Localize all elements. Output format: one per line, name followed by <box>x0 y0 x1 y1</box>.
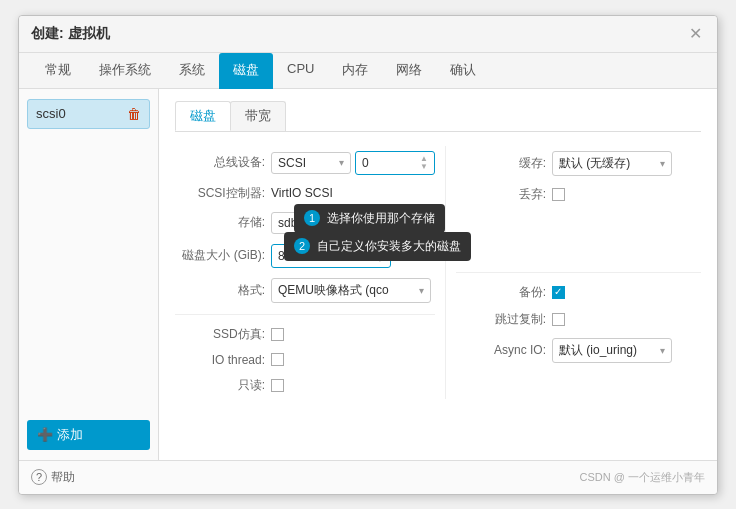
bus-type-select[interactable]: SCSI ▾ <box>271 152 351 174</box>
help-icon: ? <box>31 469 47 485</box>
create-vm-dialog: 创建: 虚拟机 ✕ 常规 操作系统 系统 磁盘 CPU 内存 网络 确认 scs… <box>18 15 718 495</box>
ssd-checkbox[interactable] <box>271 328 284 341</box>
tooltip-disk-size: 2 自己定义你安装多大的磁盘 <box>284 232 471 261</box>
skip-copy-checkbox[interactable] <box>552 313 565 326</box>
add-icon: ➕ <box>37 427 53 442</box>
disk-item-scsi0: scsi0 🗑 <box>27 99 150 129</box>
footer-bar: ? 帮助 CSDN @ 一个运维小青年 <box>19 460 717 494</box>
discard-checkbox[interactable] <box>552 188 565 201</box>
scsi-controller-value: VirtIO SCSI <box>271 186 333 200</box>
backup-control <box>552 286 701 299</box>
discard-label: 丢弃: <box>456 186 546 203</box>
tab-general[interactable]: 常规 <box>31 53 85 89</box>
ssd-row: SSD仿真: <box>175 321 435 348</box>
backup-label: 备份: <box>456 284 546 301</box>
io-thread-control <box>271 353 435 366</box>
discard-row: 丢弃: <box>456 181 701 208</box>
format-row: 格式: QEMU映像格式 (qco ▾ <box>175 273 435 308</box>
cache-select-arrow: ▾ <box>660 158 665 169</box>
tab-cpu[interactable]: CPU <box>273 53 328 89</box>
tab-confirm[interactable]: 确认 <box>436 53 490 89</box>
dialog-title: 创建: 虚拟机 <box>31 25 110 43</box>
io-thread-label: IO thread: <box>175 353 265 367</box>
content-area: scsi0 🗑 ➕ 添加 磁盘 带宽 总线设备: <box>19 89 717 460</box>
skip-copy-control <box>552 313 701 326</box>
bus-device-control: SCSI ▾ 0 ▲ ▼ <box>271 151 435 175</box>
backup-checkbox[interactable] <box>552 286 565 299</box>
right-panel: 磁盘 带宽 总线设备: SCSI ▾ <box>159 89 717 460</box>
readonly-label: 只读: <box>175 377 265 394</box>
tooltip-storage: 1 选择你使用那个存储 <box>294 204 445 233</box>
format-select-arrow: ▾ <box>419 285 424 296</box>
bus-num-input[interactable]: 0 ▲ ▼ <box>355 151 435 175</box>
storage-label: 存储: <box>175 214 265 231</box>
close-button[interactable]: ✕ <box>685 24 705 44</box>
section-divider-2 <box>456 272 701 273</box>
section-divider-1 <box>175 314 435 315</box>
async-io-label: Async IO: <box>456 343 546 357</box>
ssd-control <box>271 328 435 341</box>
tab-network[interactable]: 网络 <box>382 53 436 89</box>
tooltip-num-2: 2 <box>294 238 310 254</box>
tab-system[interactable]: 系统 <box>165 53 219 89</box>
async-io-row: Async IO: 默认 (io_uring) ▾ <box>456 333 701 368</box>
format-label: 格式: <box>175 282 265 299</box>
sub-tabs: 磁盘 带宽 <box>175 101 701 132</box>
readonly-control <box>271 379 435 392</box>
help-label: 帮助 <box>51 469 75 486</box>
async-io-control: 默认 (io_uring) ▾ <box>552 338 701 363</box>
bus-device-label: 总线设备: <box>175 154 265 171</box>
disk-delete-button[interactable]: 🗑 <box>127 106 141 122</box>
async-io-select[interactable]: 默认 (io_uring) ▾ <box>552 338 672 363</box>
tab-os[interactable]: 操作系统 <box>85 53 165 89</box>
help-button[interactable]: ? 帮助 <box>31 469 75 486</box>
tooltip-num-1: 1 <box>304 210 320 226</box>
skip-copy-label: 跳过复制: <box>456 311 546 328</box>
dialog-titlebar: 创建: 虚拟机 ✕ <box>19 16 717 53</box>
scsi-controller-row: SCSI控制器: VirtIO SCSI <box>175 180 435 207</box>
watermark: CSDN @ 一个运维小青年 <box>580 470 705 485</box>
cache-select[interactable]: 默认 (无缓存) ▾ <box>552 151 672 176</box>
format-select[interactable]: QEMU映像格式 (qco ▾ <box>271 278 431 303</box>
cache-row: 缓存: 默认 (无缓存) ▾ <box>456 146 701 181</box>
io-thread-row: IO thread: <box>175 348 435 372</box>
io-thread-checkbox[interactable] <box>271 353 284 366</box>
bus-select-arrow: ▾ <box>339 157 344 168</box>
readonly-checkbox[interactable] <box>271 379 284 392</box>
backup-row: 备份: <box>456 279 701 306</box>
tab-disk[interactable]: 磁盘 <box>219 53 273 89</box>
tabs-bar: 常规 操作系统 系统 磁盘 CPU 内存 网络 确认 <box>19 53 717 89</box>
disk-item-label: scsi0 <box>36 106 66 121</box>
async-select-arrow: ▾ <box>660 345 665 356</box>
sub-tab-disk[interactable]: 磁盘 <box>175 101 231 131</box>
discard-control <box>552 188 701 201</box>
format-control: QEMU映像格式 (qco ▾ <box>271 278 435 303</box>
ssd-label: SSD仿真: <box>175 326 265 343</box>
tab-memory[interactable]: 内存 <box>328 53 382 89</box>
skip-copy-row: 跳过复制: <box>456 306 701 333</box>
scsi-controller-control: VirtIO SCSI <box>271 186 435 200</box>
add-disk-button[interactable]: ➕ 添加 <box>27 420 150 450</box>
spin-down[interactable]: ▼ <box>420 163 428 171</box>
cache-control: 默认 (无缓存) ▾ <box>552 151 701 176</box>
cache-label: 缓存: <box>456 155 546 172</box>
right-spacer <box>456 208 701 266</box>
left-panel: scsi0 🗑 ➕ 添加 <box>19 89 159 460</box>
bus-device-row: 总线设备: SCSI ▾ 0 ▲ ▼ <box>175 146 435 180</box>
scsi-controller-label: SCSI控制器: <box>175 185 265 202</box>
disk-size-label: 磁盘大小 (GiB): <box>175 247 265 264</box>
bus-num-spinners: ▲ ▼ <box>420 155 428 171</box>
sub-tab-bandwidth[interactable]: 带宽 <box>230 101 286 131</box>
readonly-row: 只读: <box>175 372 435 399</box>
